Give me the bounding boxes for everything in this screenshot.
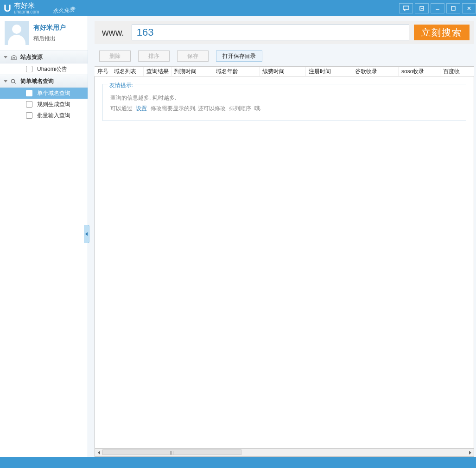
tip-text: 排列顺序 (229, 105, 251, 112)
chevron-down-icon (4, 56, 7, 58)
toolbar: 删除 排序 保存 打开保存目录 (95, 44, 476, 66)
tip-text: 哦. (254, 105, 261, 112)
search-button[interactable]: 立刻搜索 (414, 25, 470, 40)
app-domain: uhaomi.com (14, 9, 39, 14)
col-domain[interactable]: 域名列表 (111, 67, 144, 76)
delete-button[interactable]: 删除 (99, 51, 131, 62)
app-name: 有好米 (14, 2, 39, 10)
title-bar: U 有好米 uhaomi.com 永久免费 (0, 0, 476, 16)
item-icon (26, 112, 32, 119)
site-icon (10, 54, 18, 60)
tip-line-2: 可以通过 设置 修改需要显示的列, 还可以修改 排列顺序 哦. (110, 103, 458, 114)
search-bar: www. 立刻搜索 (95, 21, 474, 44)
sidebar-group-site-resources[interactable]: 站点资源 (0, 51, 88, 63)
item-icon (26, 90, 32, 96)
col-register[interactable]: 注册时间 (306, 67, 352, 76)
horizontal-scrollbar[interactable] (95, 449, 474, 457)
search-icon (10, 78, 18, 84)
open-save-dir-button[interactable]: 打开保存目录 (216, 51, 262, 62)
user-sub: 稍后推出 (33, 35, 66, 43)
sidebar-item-rule-query[interactable]: 规则生成查询 (0, 99, 88, 110)
tip-text: 修改需要显示的列, 还可以修改 (151, 105, 226, 112)
results-table: 序号 域名列表 查询结果 到期时间 域名年龄 续费时间 注册时间 谷歌收录 so… (95, 66, 474, 457)
restore-icon[interactable] (415, 3, 429, 13)
col-age[interactable]: 域名年龄 (213, 67, 260, 76)
sidebar: 有好米用户 稍后推出 站点资源 Uhaomi公告 简单域名查询 单个域名查询 规… (0, 16, 88, 457)
col-index[interactable]: 序号 (95, 67, 111, 76)
sidebar-group-label: 简单域名查询 (20, 77, 54, 85)
close-icon[interactable] (462, 3, 476, 13)
col-soso[interactable]: soso收录 (399, 67, 440, 76)
app-logo: U 有好米 uhaomi.com (4, 2, 39, 15)
feedback-icon[interactable] (399, 3, 413, 13)
svg-point-2 (11, 79, 15, 83)
avatar (5, 21, 29, 45)
user-block: 有好米用户 稍后推出 (0, 16, 88, 51)
free-badge: 永久免费 (53, 6, 76, 15)
tip-line-1: 查询的信息越多, 耗时越多. (110, 93, 458, 103)
sidebar-item-single-query[interactable]: 单个域名查询 (0, 88, 88, 99)
main-panel: www. 立刻搜索 删除 排序 保存 打开保存目录 序号 域名列表 查询结果 到… (88, 16, 476, 457)
col-baidu[interactable]: 百度收 (440, 67, 474, 76)
sidebar-group-domain-query[interactable]: 简单域名查询 (0, 75, 88, 88)
col-expire[interactable]: 到期时间 (171, 67, 213, 76)
user-name: 有好米用户 (33, 24, 66, 32)
scroll-thumb[interactable] (102, 449, 241, 455)
sidebar-group-label: 站点资源 (20, 53, 43, 61)
col-google[interactable]: 谷歌收录 (352, 67, 399, 76)
sidebar-item-label: 规则生成查询 (37, 101, 70, 108)
minimize-icon[interactable] (431, 3, 444, 13)
scroll-left-icon[interactable] (95, 449, 102, 456)
list-icon (26, 66, 32, 72)
sidebar-collapse-handle[interactable] (84, 225, 89, 243)
settings-link[interactable]: 设置 (136, 105, 147, 112)
status-bar (0, 457, 476, 468)
www-prefix: www. (99, 27, 127, 38)
domain-input[interactable] (132, 25, 409, 40)
sidebar-item-label: Uhaomi公告 (37, 65, 67, 73)
sidebar-item-label: 批量输入查询 (37, 112, 70, 120)
sort-button[interactable]: 排序 (138, 51, 170, 62)
tip-box: 友情提示: 查询的信息越多, 耗时越多. 可以通过 设置 修改需要显示的列, 还… (102, 84, 466, 121)
col-result[interactable]: 查询结果 (144, 67, 171, 76)
window-controls (397, 3, 476, 13)
table-header: 序号 域名列表 查询结果 到期时间 域名年龄 续费时间 注册时间 谷歌收录 so… (95, 66, 474, 76)
scroll-right-icon[interactable] (466, 449, 474, 456)
chevron-down-icon (4, 80, 7, 82)
logo-letter: U (4, 2, 11, 14)
col-renew[interactable]: 续费时间 (260, 67, 306, 76)
table-body: 友情提示: 查询的信息越多, 耗时越多. 可以通过 设置 修改需要显示的列, 还… (95, 76, 474, 449)
sidebar-item-batch-query[interactable]: 批量输入查询 (0, 110, 88, 121)
sidebar-item-announcement[interactable]: Uhaomi公告 (0, 63, 88, 75)
item-icon (26, 101, 32, 108)
save-button[interactable]: 保存 (177, 51, 209, 62)
svg-rect-1 (451, 6, 455, 10)
maximize-icon[interactable] (446, 3, 460, 13)
sidebar-item-label: 单个域名查询 (37, 89, 70, 97)
tip-text: 可以通过 (110, 105, 133, 112)
tip-legend: 友情提示: (108, 80, 135, 91)
